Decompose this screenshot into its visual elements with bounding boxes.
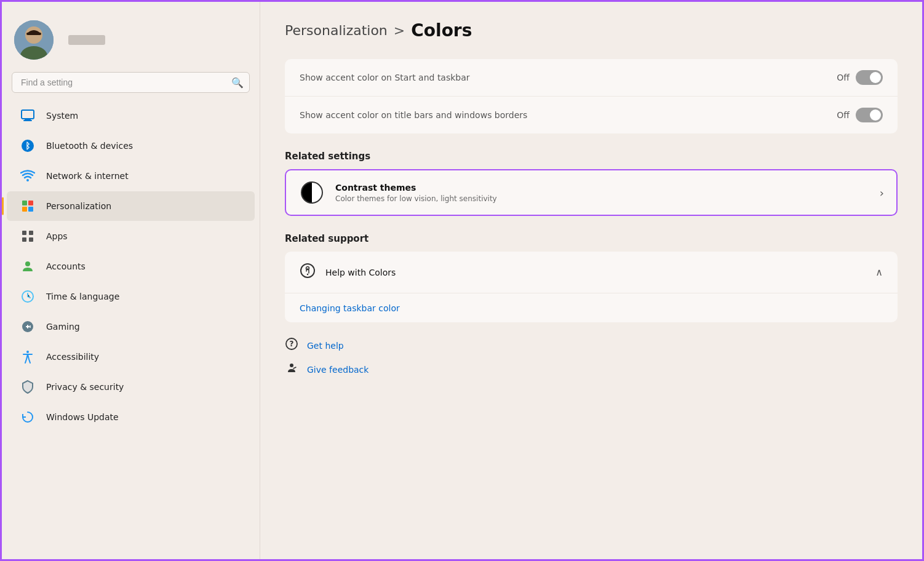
update-icon	[19, 408, 36, 426]
contrast-themes-card[interactable]: Contrast themes Color themes for low vis…	[285, 169, 898, 216]
sidebar-item-gaming[interactable]: Gaming	[7, 312, 255, 341]
accent-settings-card: Show accent color on Start and taskbar O…	[285, 59, 898, 133]
sidebar-label-update: Windows Update	[46, 412, 119, 422]
sidebar-item-bluetooth[interactable]: ᛒ Bluetooth & devices	[7, 131, 255, 161]
get-help-label: Get help	[307, 341, 344, 351]
time-icon	[19, 288, 36, 305]
network-icon	[19, 167, 36, 185]
svg-rect-14	[28, 207, 33, 212]
titlebar-accent-toggle-wrap: Off	[837, 108, 883, 122]
sidebar-label-personalization: Personalization	[46, 201, 111, 211]
svg-point-19	[25, 261, 30, 266]
sidebar-label-apps: Apps	[46, 231, 68, 241]
sidebar-label-gaming: Gaming	[46, 322, 80, 332]
sidebar-top	[2, 14, 260, 72]
contrast-themes-chevron: ›	[880, 186, 884, 199]
related-support-title: Related support	[285, 233, 898, 244]
titlebar-accent-toggle[interactable]	[856, 108, 883, 122]
avatar[interactable]	[14, 20, 54, 60]
help-colors-row[interactable]: Help with Colors ∧	[285, 252, 898, 293]
taskbar-accent-row: Show accent color on Start and taskbar O…	[285, 59, 898, 97]
titlebar-accent-toggle-knob	[870, 109, 881, 121]
svg-point-32	[290, 364, 293, 367]
svg-text:?: ?	[290, 340, 294, 348]
search-box[interactable]: 🔍	[12, 72, 250, 93]
sidebar-label-accessibility: Accessibility	[46, 352, 99, 362]
accounts-icon	[19, 258, 36, 275]
svg-text:ᛒ: ᛒ	[25, 141, 30, 151]
sidebar-item-privacy[interactable]: Privacy & security	[7, 372, 255, 402]
svg-rect-4	[26, 33, 41, 35]
help-icon	[300, 263, 316, 282]
search-input[interactable]	[12, 72, 250, 93]
search-icon: 🔍	[231, 77, 244, 89]
breadcrumb-parent: Personalization	[285, 23, 388, 38]
personalization-icon	[19, 197, 36, 215]
get-help-item[interactable]: ? Get help	[285, 337, 898, 354]
main-content: Personalization > Colors Show accent col…	[260, 2, 922, 559]
privacy-icon	[19, 378, 36, 396]
taskbar-accent-toggle-label: Off	[837, 73, 850, 82]
sidebar-item-personalization[interactable]: Personalization	[7, 191, 255, 221]
svg-point-24	[30, 325, 31, 327]
support-card: Help with Colors ∧ Changing taskbar colo…	[285, 252, 898, 322]
breadcrumb-chevron: >	[394, 23, 405, 38]
contrast-themes-title: Contrast themes	[335, 183, 497, 193]
titlebar-accent-row: Show accent color on title bars and wind…	[285, 97, 898, 133]
sidebar-item-accounts[interactable]: Accounts	[7, 252, 255, 281]
sidebar-item-apps[interactable]: Apps	[7, 221, 255, 251]
sidebar-item-network[interactable]: Network & internet	[7, 161, 255, 191]
sidebar-item-accessibility[interactable]: Accessibility	[7, 342, 255, 372]
taskbar-accent-label: Show accent color on Start and taskbar	[300, 73, 470, 82]
gaming-icon	[19, 318, 36, 335]
breadcrumb-current: Colors	[411, 20, 472, 41]
give-feedback-icon	[285, 361, 298, 378]
sidebar-label-bluetooth: Bluetooth & devices	[46, 141, 133, 151]
svg-rect-18	[29, 237, 33, 242]
give-feedback-item[interactable]: Give feedback	[285, 361, 898, 378]
breadcrumb: Personalization > Colors	[285, 20, 898, 41]
system-icon	[19, 107, 36, 124]
svg-rect-23	[27, 325, 28, 328]
apps-icon	[19, 228, 36, 245]
accessibility-icon	[19, 348, 36, 365]
taskbar-color-link-row: Changing taskbar color	[285, 293, 898, 322]
help-colors-chevron: ∧	[875, 266, 883, 278]
help-colors-label: Help with Colors	[325, 268, 396, 277]
nav-list: System ᛒ Bluetooth & devices Network & i…	[2, 98, 260, 559]
svg-rect-7	[23, 120, 32, 121]
contrast-icon	[301, 181, 323, 204]
bluetooth-icon: ᛒ	[19, 137, 36, 154]
taskbar-accent-toggle[interactable]	[856, 70, 883, 85]
sidebar-label-network: Network & internet	[46, 171, 129, 181]
titlebar-accent-toggle-label: Off	[837, 110, 850, 120]
taskbar-accent-toggle-knob	[870, 72, 881, 83]
svg-point-25	[30, 327, 31, 328]
related-settings-title: Related settings	[285, 151, 898, 162]
svg-rect-5	[22, 110, 34, 119]
svg-rect-13	[22, 207, 27, 212]
svg-point-26	[26, 351, 29, 353]
svg-rect-16	[29, 231, 33, 235]
sidebar-label-system: System	[46, 111, 78, 121]
sidebar-item-system[interactable]: System	[7, 101, 255, 130]
footer-links: ? Get help Give feedback	[285, 337, 898, 378]
contrast-info: Contrast themes Color themes for low vis…	[335, 183, 497, 203]
sidebar-item-update[interactable]: Windows Update	[7, 402, 255, 432]
sidebar-label-privacy: Privacy & security	[46, 382, 124, 392]
titlebar-accent-label: Show accent color on title bars and wind…	[300, 110, 527, 120]
svg-point-10	[26, 179, 29, 181]
username-placeholder	[68, 35, 105, 45]
sidebar-label-time: Time & language	[46, 292, 119, 301]
taskbar-accent-toggle-wrap: Off	[837, 70, 883, 85]
sidebar: 🔍 System ᛒ Bluetooth & devices Network &…	[2, 2, 260, 559]
svg-point-27	[301, 264, 314, 277]
taskbar-color-link[interactable]: Changing taskbar color	[300, 303, 400, 313]
svg-rect-15	[22, 231, 26, 235]
get-help-icon: ?	[285, 337, 298, 354]
sidebar-item-time[interactable]: Time & language	[7, 282, 255, 311]
help-colors-inner: Help with Colors	[300, 263, 396, 282]
svg-rect-12	[28, 201, 33, 205]
contrast-themes-subtitle: Color themes for low vision, light sensi…	[335, 194, 497, 203]
svg-rect-17	[22, 237, 26, 242]
